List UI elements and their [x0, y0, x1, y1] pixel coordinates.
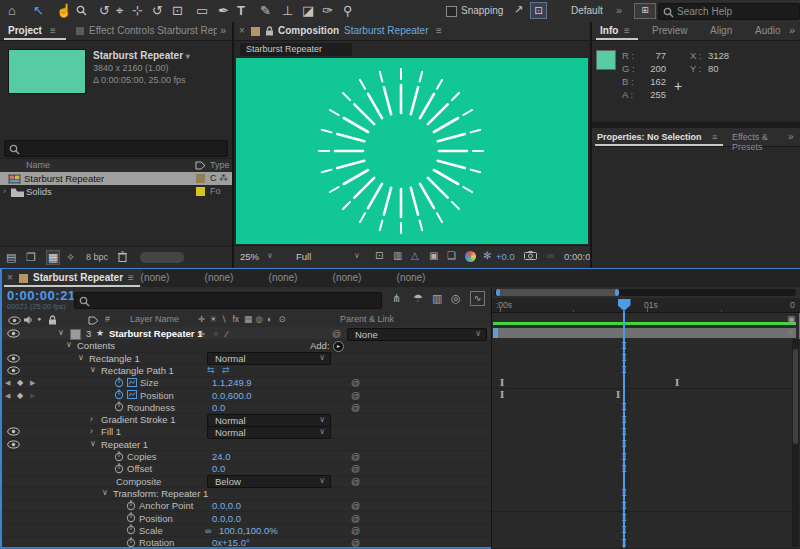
keyframe-icon[interactable]: I — [674, 377, 681, 389]
trash-icon[interactable] — [118, 251, 127, 262]
timeline-row-starburst-repeater-1[interactable]: ∨3★Starburst Repeater 1✛☀∕@None∨ — [2, 327, 491, 340]
tab-properties[interactable]: Properties: No Selection — [597, 132, 702, 142]
column-type[interactable]: Type — [210, 160, 230, 170]
workspace-overflow-icon[interactable]: » — [616, 4, 622, 16]
twirl-icon[interactable]: ∨ — [102, 487, 108, 499]
tag-swatch[interactable] — [196, 174, 205, 183]
twirl-icon[interactable]: › — [90, 413, 93, 425]
timeline-navigator-thumb[interactable] — [497, 289, 617, 296]
timeline-row-anchor-point[interactable]: Anchor Point0.0,0.0@ — [2, 499, 491, 512]
puppet-pin-tool-icon[interactable]: ⚲ — [343, 3, 353, 18]
region-of-interest-icon[interactable]: ▣ — [429, 250, 438, 261]
pick-whip-icon[interactable]: @ — [351, 390, 360, 402]
graph-toggle-icon[interactable] — [127, 378, 137, 387]
add-property-button[interactable]: ▸ — [333, 341, 344, 352]
stopwatch-icon[interactable] — [114, 463, 124, 474]
keyframe-track-scale[interactable] — [492, 524, 800, 537]
property-value[interactable]: 100.0,100.0% — [219, 525, 278, 536]
property-value[interactable]: 0x+15.0° — [212, 537, 250, 548]
project-row-starburst[interactable]: Starburst Repeater C ⁂ — [0, 172, 232, 185]
keyframe-icon[interactable]: I — [499, 389, 506, 401]
pick-whip-icon[interactable]: @ — [351, 402, 360, 414]
timeline-vertical-scrollbar[interactable] — [792, 339, 799, 547]
timeline-row-size[interactable]: ◀◆▶Size1.1,249.9@ — [2, 376, 491, 389]
pick-whip-icon[interactable]: @ — [351, 463, 360, 475]
timeline-row-offset[interactable]: Offset0.0@ — [2, 462, 491, 475]
keyframe-track-roundness[interactable] — [492, 401, 800, 414]
switch-column-icon[interactable]: ∖ — [221, 314, 226, 324]
keyframe-icon[interactable]: I — [615, 389, 622, 401]
twirl-icon[interactable]: ∨ — [90, 438, 96, 450]
property-value[interactable]: 0.0,600.0 — [212, 390, 252, 401]
previous-keyframe-icon[interactable]: ◀ — [5, 377, 10, 389]
visibility-eye-icon[interactable] — [7, 366, 20, 375]
project-item-thumbnail[interactable] — [8, 49, 86, 94]
switch-column-icon[interactable]: ◎ — [256, 314, 263, 324]
switch-column-icon[interactable]: ✛ — [198, 314, 205, 324]
visibility-eye-icon[interactable] — [7, 354, 20, 363]
timeline-search-input[interactable] — [74, 292, 382, 309]
stopwatch-icon[interactable] — [126, 500, 136, 511]
property-value[interactable]: 0.0 — [212, 463, 225, 474]
lock-icon[interactable] — [265, 26, 274, 36]
video-column-eye-icon[interactable] — [8, 316, 21, 325]
magnification-value[interactable]: 25% — [240, 251, 259, 262]
keyframe-track-repeater-1[interactable] — [492, 438, 800, 451]
timeline-tab-active[interactable]: × Starburst Repeater ≡ — [2, 269, 142, 287]
tab-audio[interactable]: Audio — [755, 25, 781, 36]
pick-whip-icon[interactable]: @ — [351, 451, 360, 463]
timeline-tab-none-3[interactable]: (none) — [316, 272, 378, 283]
brush-tool-icon[interactable]: ✎ — [260, 3, 271, 18]
switch-column-icon[interactable]: ◐ — [267, 314, 272, 324]
keyframe-track-rectangle-path-1[interactable] — [492, 364, 800, 377]
timeline-tab-none-1[interactable]: (none) — [188, 272, 250, 283]
visibility-eye-icon[interactable] — [7, 440, 20, 449]
project-tab-overflow-icon[interactable]: » — [220, 24, 226, 36]
solo-column-icon[interactable]: ● — [37, 315, 41, 322]
timeline-row-contents[interactable]: ∨ContentsAdd:▸ — [2, 339, 491, 352]
properties-tab-overflow-icon[interactable]: » — [788, 131, 794, 142]
composition-canvas[interactable] — [236, 58, 588, 244]
property-value[interactable]: 0.0 — [212, 402, 225, 413]
new-folder-icon[interactable]: ❐ — [26, 251, 36, 264]
marquee-tool-icon[interactable]: ⊡ — [172, 3, 183, 18]
stopwatch-icon[interactable] — [126, 524, 136, 535]
keyframe-icon[interactable]: I — [499, 377, 506, 389]
pan-behind-tool-icon[interactable]: ⊹ — [132, 3, 143, 18]
comp-breadcrumb[interactable]: Starburst Repeater — [240, 43, 352, 56]
keyframe-track-fill-1[interactable] — [492, 425, 800, 438]
help-search-input[interactable]: Search Help — [658, 3, 800, 20]
stopwatch-icon[interactable] — [126, 512, 136, 523]
parent-pick-whip-icon[interactable]: @ — [332, 328, 341, 340]
timeline-row-fill-1[interactable]: ›Fill 1Normal∨ — [2, 425, 491, 438]
snap-box-icon[interactable]: ⊡ — [530, 2, 547, 19]
exposure-shutter-icon[interactable]: ✻ — [483, 250, 491, 261]
navigator-handle-left[interactable] — [496, 289, 500, 296]
tab-effect-controls[interactable]: Effect Controls Starburst Repeate — [89, 25, 217, 36]
pick-whip-icon[interactable]: @ — [351, 537, 360, 549]
keyframe-track-gradient-stroke-1[interactable] — [492, 413, 800, 426]
lock-column-icon[interactable] — [48, 315, 57, 325]
close-tab-icon[interactable]: × — [239, 25, 245, 36]
comp-menu-icon[interactable]: ≡ — [436, 25, 442, 36]
parent-link-column-label[interactable]: Parent & Link — [340, 314, 394, 324]
label-column-tag-icon[interactable] — [88, 316, 99, 325]
stopwatch-icon[interactable] — [114, 401, 124, 412]
transparency-grid-icon[interactable]: ▥ — [393, 250, 402, 261]
stopwatch-icon[interactable] — [114, 389, 124, 400]
keyframe-track-contents[interactable] — [492, 339, 800, 352]
mask-visibility-icon[interactable]: △ — [411, 250, 419, 261]
timeline-row-rectangle-1[interactable]: ∨Rectangle 1Normal∨ — [2, 352, 491, 365]
mini-flowchart-icon[interactable]: ⋔ — [392, 292, 401, 305]
tab-preview[interactable]: Preview — [652, 25, 688, 36]
keyframe-track-rotation[interactable] — [492, 536, 800, 549]
timeline-row-roundness[interactable]: Roundness0.0@ — [2, 401, 491, 414]
graph-editor-icon[interactable]: ∿ — [470, 291, 485, 306]
switch-column-icon[interactable]: ▦ — [244, 314, 252, 324]
effects-icon[interactable]: ✧ — [66, 251, 75, 264]
time-ruler[interactable]: :00s 01s 0 — [492, 298, 800, 313]
comp-tab-name[interactable]: Starburst Repeater — [344, 25, 429, 36]
shape-tool-icon[interactable]: ▭ — [196, 3, 208, 18]
project-list-header[interactable]: Name Type — [0, 158, 232, 173]
project-menu-icon[interactable]: ≡ — [50, 25, 56, 36]
